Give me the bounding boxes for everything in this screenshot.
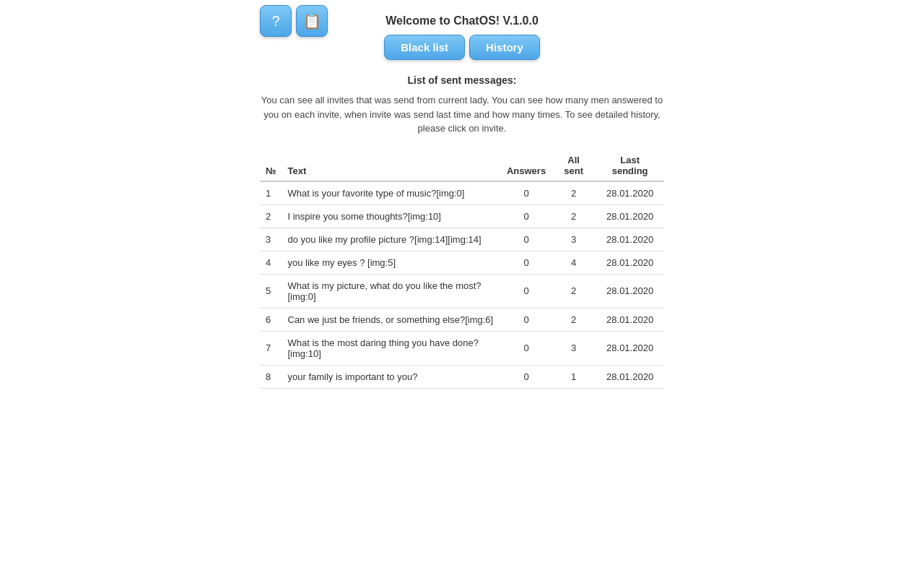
row-last-sending: 28.01.2020 (596, 251, 664, 274)
col-all-sent: All sent (552, 150, 596, 181)
col-last-sending: Last sending (596, 150, 664, 181)
app-container: ? 📋 Welcome to ChatOS! V.1.0.0 Black lis… (245, 0, 679, 403)
row-all-sent: 4 (552, 251, 596, 274)
table-row[interactable]: 7What is the most daring thing you have … (260, 331, 664, 365)
row-text: What is my picture, what do you like the… (282, 274, 501, 308)
row-text: your family is important to you? (282, 365, 501, 388)
col-num: № (260, 150, 282, 181)
row-answers: 0 (501, 331, 552, 365)
table-row[interactable]: 8your family is important to you?0128.01… (260, 365, 664, 388)
table-row[interactable]: 4you like my eyes ? [img:5]0428.01.2020 (260, 251, 664, 274)
row-answers: 0 (501, 181, 552, 205)
table-header-row: № Text Answers All sent Last sending (260, 150, 664, 181)
row-num: 5 (260, 274, 282, 308)
table-row[interactable]: 2I inspire you some thoughts?[img:10]022… (260, 204, 664, 228)
row-last-sending: 28.01.2020 (596, 274, 664, 308)
row-last-sending: 28.01.2020 (596, 181, 664, 205)
app-title: Welcome to ChatOS! V.1.0.0 (385, 14, 539, 27)
list-icon: 📋 (303, 12, 321, 30)
row-answers: 0 (501, 204, 552, 228)
row-all-sent: 2 (552, 204, 596, 228)
help-icon: ? (271, 13, 279, 30)
row-all-sent: 1 (552, 365, 596, 388)
col-answers: Answers (501, 150, 552, 181)
row-answers: 0 (501, 274, 552, 308)
row-text: you like my eyes ? [img:5] (282, 251, 501, 274)
top-bar: ? 📋 Welcome to ChatOS! V.1.0.0 (260, 14, 664, 27)
table-row[interactable]: 3do you like my profile picture ?[img:14… (260, 228, 664, 251)
row-all-sent: 3 (552, 228, 596, 251)
row-num: 8 (260, 365, 282, 388)
row-all-sent: 2 (552, 181, 596, 205)
row-text: do you like my profile picture ?[img:14]… (282, 228, 501, 251)
row-answers: 0 (501, 365, 552, 388)
section-title: List of sent messages: (260, 74, 664, 86)
table-row[interactable]: 5What is my picture, what do you like th… (260, 274, 664, 308)
row-text: I inspire you some thoughts?[img:10] (282, 204, 501, 228)
table-row[interactable]: 1What is your favorite type of music?[im… (260, 181, 664, 205)
row-num: 4 (260, 251, 282, 274)
table-body: 1What is your favorite type of music?[im… (260, 181, 664, 389)
top-icons: ? 📋 (260, 5, 328, 37)
row-last-sending: 28.01.2020 (596, 308, 664, 331)
blacklist-button[interactable]: Black list (384, 35, 465, 60)
history-button[interactable]: History (469, 35, 540, 60)
table-row[interactable]: 6Can we just be friends, or something el… (260, 308, 664, 331)
row-text: What is your favorite type of music?[img… (282, 181, 501, 205)
row-num: 2 (260, 204, 282, 228)
row-answers: 0 (501, 251, 552, 274)
row-text: Can we just be friends, or something els… (282, 308, 501, 331)
row-num: 6 (260, 308, 282, 331)
help-button[interactable]: ? (260, 5, 292, 37)
row-num: 3 (260, 228, 282, 251)
nav-buttons: Black list History (260, 35, 664, 60)
row-all-sent: 2 (552, 274, 596, 308)
row-last-sending: 28.01.2020 (596, 204, 664, 228)
row-all-sent: 3 (552, 331, 596, 365)
row-text: What is the most daring thing you have d… (282, 331, 501, 365)
row-last-sending: 28.01.2020 (596, 365, 664, 388)
col-text: Text (282, 150, 501, 181)
row-answers: 0 (501, 308, 552, 331)
messages-table: № Text Answers All sent Last sending 1Wh… (260, 150, 664, 389)
list-button[interactable]: 📋 (296, 5, 328, 37)
row-num: 7 (260, 331, 282, 365)
description: You can see all invites that was send fr… (260, 93, 664, 136)
row-all-sent: 2 (552, 308, 596, 331)
row-num: 1 (260, 181, 282, 205)
row-last-sending: 28.01.2020 (596, 331, 664, 365)
row-last-sending: 28.01.2020 (596, 228, 664, 251)
row-answers: 0 (501, 228, 552, 251)
